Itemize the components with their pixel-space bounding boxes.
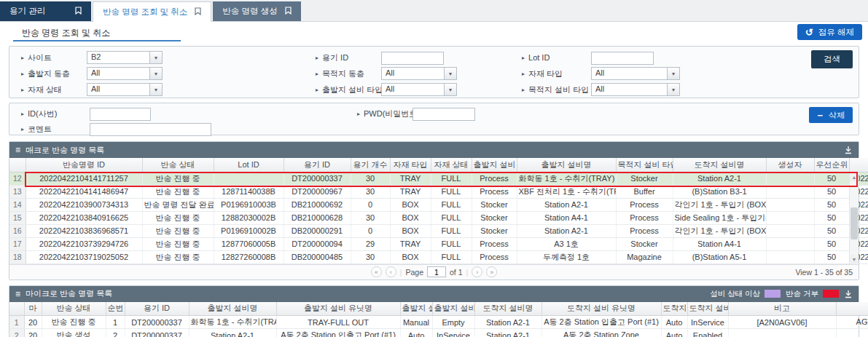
chevron-down-icon[interactable]: ▾ bbox=[667, 68, 679, 79]
micro-grid-title: 마이크로 반송 명령 목록 bbox=[26, 288, 112, 299]
col-header[interactable]: 출발지 설비명 bbox=[189, 302, 276, 316]
col-header[interactable]: 목적지 설비 타입 bbox=[616, 158, 673, 172]
col-header[interactable]: Lot ID bbox=[214, 158, 284, 172]
src-eq-type-select[interactable]: All▾ bbox=[381, 83, 457, 96]
scroll-up-icon[interactable]: ▲ bbox=[850, 173, 859, 182]
cell: Auto bbox=[661, 329, 687, 337]
comment-input[interactable] bbox=[90, 123, 211, 136]
tab-transfer-create[interactable]: 반송 명령 생성 bbox=[213, 1, 300, 21]
col-header[interactable]: 용기 ID bbox=[125, 302, 189, 316]
col-header[interactable]: 순번 bbox=[106, 302, 125, 316]
chevron-down-icon[interactable]: ▾ bbox=[149, 84, 162, 95]
material-state-select[interactable]: All▾ bbox=[87, 83, 163, 96]
lot-id-input[interactable] bbox=[591, 52, 654, 65]
col-header[interactable]: 출발지 설비 타입 bbox=[472, 158, 517, 172]
cell: Station A2-1 bbox=[673, 172, 766, 185]
vertical-scrollbar[interactable]: ▲ ▼ bbox=[849, 173, 859, 264]
bookmark-icon[interactable] bbox=[285, 7, 292, 16]
dst-eq-type-select[interactable]: All▾ bbox=[591, 83, 680, 96]
delete-button[interactable]: − 삭제 bbox=[809, 107, 853, 123]
chevron-down-icon[interactable]: ▾ bbox=[444, 68, 456, 79]
table-row[interactable]: 18 20220422103719025052반송 진행 중1282726000… bbox=[9, 250, 868, 263]
cell: P0196910003B bbox=[214, 198, 284, 211]
col-header[interactable]: 출발지 설비 유닛명 bbox=[276, 302, 400, 316]
col-header[interactable]: 반송명령 ID bbox=[26, 158, 142, 172]
src-floor-select[interactable]: All▾ bbox=[87, 67, 163, 80]
col-header[interactable]: 마 bbox=[24, 302, 42, 316]
download-icon[interactable] bbox=[844, 290, 853, 298]
table-row[interactable]: 15 20220422103840916625반송 진행 중1288203000… bbox=[9, 211, 868, 224]
table-row[interactable]: 2 20반송 생성2DT200000337Station A2-1A동 2층 S… bbox=[9, 329, 868, 337]
table-row[interactable]: 12 20220422104141711257반송 진행 중DT20000033… bbox=[9, 172, 868, 185]
table-row[interactable]: 1 20반송 진행 중1DT200000337화학동 1호 - 수취기(TRAY… bbox=[9, 316, 868, 329]
menu-icon[interactable]: ≡ bbox=[15, 145, 20, 155]
id-input[interactable] bbox=[90, 108, 151, 121]
col-header[interactable]: 비고 bbox=[728, 302, 836, 316]
search-button[interactable]: 검색 bbox=[811, 50, 853, 68]
col-header[interactable]: 생성 일시 bbox=[849, 158, 868, 172]
chevron-down-icon[interactable]: ▾ bbox=[444, 84, 456, 95]
legend-transfer-reject: 반송 거부 bbox=[786, 289, 839, 299]
tab-transfer-inquiry-cancel[interactable]: 반송 명령 조회 및 취소 bbox=[93, 1, 211, 22]
col-rownum[interactable] bbox=[9, 302, 24, 316]
bookmark-icon[interactable] bbox=[195, 7, 201, 17]
col-header[interactable]: 자재 상태 bbox=[431, 158, 472, 172]
col-header[interactable]: 반송 상태 bbox=[42, 302, 106, 316]
cell: 반송 진행 중 bbox=[142, 250, 214, 263]
col-header[interactable]: 반송 상태 bbox=[142, 158, 214, 172]
col-header[interactable]: 출발지 설비 bbox=[432, 302, 474, 316]
col-header[interactable]: 출발지 설비명 bbox=[517, 158, 616, 172]
cell: Process bbox=[616, 224, 673, 237]
cell: Side Sealing 1호 - 투입기(B bbox=[673, 211, 766, 224]
col-header[interactable]: 도착지 설 bbox=[661, 302, 687, 316]
next-page-button[interactable]: › bbox=[472, 266, 482, 277]
cell: Stocker bbox=[472, 198, 517, 211]
dst-floor-select[interactable]: All▾ bbox=[381, 67, 457, 80]
pwd-input[interactable] bbox=[413, 108, 475, 121]
material-type-select[interactable]: All▾ bbox=[591, 67, 680, 80]
menu-icon[interactable]: ≡ bbox=[15, 289, 20, 299]
cell: 12882030002B bbox=[214, 211, 284, 224]
col-header[interactable]: 우선순위 bbox=[814, 158, 849, 172]
first-page-button[interactable]: « bbox=[371, 266, 382, 277]
table-row[interactable]: 13 20220422104141486947반송 진행 중1287114003… bbox=[9, 185, 868, 198]
scroll-down-icon[interactable]: ▼ bbox=[850, 255, 859, 264]
cell: 20 bbox=[24, 316, 42, 329]
col-header[interactable]: 도착지 설비 유닛명 bbox=[541, 302, 661, 316]
cell: BOX bbox=[390, 198, 431, 211]
cell: DT200000337 bbox=[125, 316, 189, 329]
site-select[interactable]: B2▾ bbox=[87, 51, 163, 64]
col-header[interactable]: 용기 ID bbox=[284, 158, 351, 172]
prev-page-button[interactable]: ‹ bbox=[386, 266, 396, 277]
col-header[interactable]: 출발지 설 bbox=[400, 302, 432, 316]
cell: DT200000337 bbox=[284, 172, 351, 185]
cell: 화학동 1호 - 수취기(TRAY) bbox=[517, 172, 616, 185]
col-header[interactable]: 도착지 설비명 bbox=[474, 302, 541, 316]
col-header[interactable]: 용기 개수 bbox=[351, 158, 390, 172]
container-id-input[interactable] bbox=[381, 52, 444, 65]
release-occupancy-button[interactable]: ↺ 점유 해제 bbox=[797, 24, 862, 40]
cell: 20220422103836968571 bbox=[26, 224, 142, 237]
col-header[interactable]: 이벤트 명 bbox=[836, 302, 868, 316]
last-page-button[interactable]: » bbox=[486, 266, 497, 277]
table-row[interactable]: 14 20220422103900734313반송 명령 전달 완료P01969… bbox=[9, 198, 868, 211]
download-icon[interactable] bbox=[844, 146, 853, 154]
col-header[interactable]: 도착지 설비 bbox=[687, 302, 728, 316]
minus-icon: − bbox=[817, 110, 823, 121]
col-header[interactable]: 생성자 bbox=[766, 158, 814, 172]
col-header[interactable]: 자재 타입 bbox=[390, 158, 431, 172]
chevron-down-icon[interactable]: ▾ bbox=[149, 52, 162, 63]
chevron-down-icon[interactable]: ▾ bbox=[667, 84, 679, 95]
cell: FULL bbox=[431, 185, 472, 198]
bookmark-icon[interactable] bbox=[75, 7, 82, 16]
chevron-down-icon[interactable]: ▾ bbox=[149, 68, 162, 79]
cell: [A2N0AGV06] bbox=[728, 316, 836, 329]
col-rownum[interactable] bbox=[9, 158, 26, 172]
col-header[interactable]: 도착지 설비명 bbox=[673, 158, 766, 172]
page-number-input[interactable] bbox=[427, 266, 446, 277]
cell: 50 bbox=[814, 172, 849, 185]
scrollbar-thumb[interactable] bbox=[851, 207, 858, 239]
tab-container-management[interactable]: 용기 관리 bbox=[0, 1, 91, 21]
table-row[interactable]: 17 20220422103739294726반송 진행 중1287706000… bbox=[9, 237, 868, 250]
table-row[interactable]: 16 20220422103836968571반송 진행 중P019691000… bbox=[9, 224, 868, 237]
